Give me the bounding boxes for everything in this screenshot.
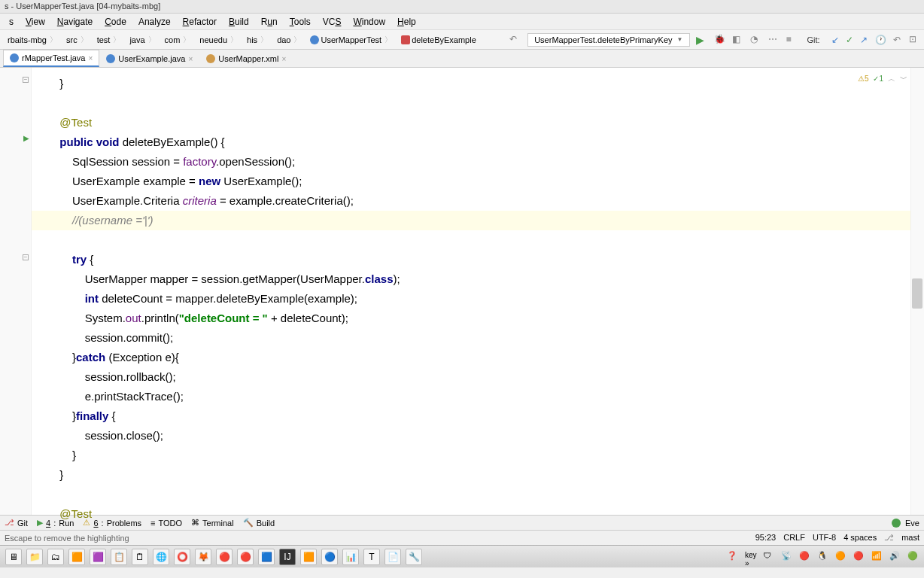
tray-defender-icon[interactable]: 🛡: [763, 551, 775, 563]
git-commit-icon[interactable]: ✓: [846, 35, 853, 45]
warning-icon[interactable]: ⚠5: [858, 69, 869, 89]
tray-icon[interactable]: 🟠: [835, 551, 847, 563]
tray-icon[interactable]: 🟢: [907, 551, 919, 563]
close-icon[interactable]: ×: [281, 55, 286, 63]
taskbar-intellij-icon[interactable]: IJ: [279, 549, 296, 565]
bc-java[interactable]: java: [125, 33, 160, 47]
coverage-icon[interactable]: ◧: [732, 34, 744, 46]
fold-icon[interactable]: −: [23, 254, 29, 260]
bc-neuedu[interactable]: neuedu: [195, 33, 242, 47]
run-config-dropdown[interactable]: UserMapperTest.deleteByPrimaryKey: [527, 33, 689, 47]
code-content[interactable]: ⚠5 ✓1 ︿ ﹀ } @Test public void deleteByEx…: [32, 68, 910, 515]
code-line: [32, 485, 910, 504]
tray-volume-icon[interactable]: 🔊: [889, 551, 901, 563]
git-push-icon[interactable]: ↗: [860, 35, 868, 45]
branch-name[interactable]: mast: [901, 533, 919, 543]
menu-tools[interactable]: Tools: [284, 15, 317, 29]
menu-analyze[interactable]: Analyze: [132, 15, 177, 29]
bc-his[interactable]: his: [242, 33, 272, 47]
taskbar-app-icon[interactable]: 🟦: [258, 549, 275, 565]
code-line: UserExample example = new UserExample();: [32, 172, 910, 191]
code-line: @Test: [32, 504, 910, 524]
up-icon[interactable]: ︿: [888, 69, 895, 89]
tray-icon[interactable]: 🔴: [853, 551, 865, 563]
scrollbar-thumb[interactable]: [912, 278, 922, 309]
back-icon[interactable]: ↶: [509, 34, 521, 46]
line-ending[interactable]: CRLF: [783, 533, 805, 543]
tray-icon[interactable]: 📡: [781, 551, 793, 563]
tray-key-label[interactable]: key »: [745, 551, 757, 563]
taskbar-media-icon[interactable]: 🟧: [68, 549, 85, 565]
taskbar-firefox-icon[interactable]: 🦊: [195, 549, 211, 565]
down-icon[interactable]: ﹀: [900, 69, 907, 89]
status-hint: Escape to remove the highlighting: [5, 534, 755, 543]
close-icon[interactable]: ×: [88, 54, 93, 62]
taskbar-app-icon[interactable]: 📁: [26, 549, 43, 565]
taskbar-app-icon[interactable]: 🗒: [132, 549, 148, 565]
taskbar-app-icon[interactable]: 🌐: [153, 549, 169, 565]
java-icon: [106, 54, 115, 63]
taskbar-app-icon[interactable]: 📋: [111, 549, 127, 565]
inspection-bar: ⚠5 ✓1 ︿ ﹀: [858, 69, 907, 89]
taskbar-app-icon[interactable]: 📄: [384, 549, 401, 565]
taskbar-app-icon[interactable]: 🔵: [321, 549, 338, 565]
git-history-icon[interactable]: 🕐: [875, 35, 886, 45]
menu-refactor[interactable]: Refactor: [177, 15, 223, 29]
code-line: e.printStackTrace();: [32, 387, 910, 406]
menu-view[interactable]: View: [20, 15, 51, 29]
bc-dao[interactable]: dao: [272, 33, 305, 47]
bc-com[interactable]: com: [160, 33, 196, 47]
menu-s[interactable]: s: [3, 15, 20, 29]
scrollbar[interactable]: [910, 68, 924, 515]
tray-qq-icon[interactable]: 🐧: [817, 551, 829, 563]
taskbar-browser-icon[interactable]: ⭕: [174, 549, 190, 565]
menu-build[interactable]: Build: [223, 15, 255, 29]
taskbar-app-icon[interactable]: 🟧: [300, 549, 317, 565]
taskbar-app-icon[interactable]: 🗂: [47, 549, 64, 565]
search-icon[interactable]: ⊡: [909, 34, 921, 46]
git-update-icon[interactable]: ↙: [831, 35, 839, 45]
code-line: @Test: [32, 113, 910, 132]
stop-icon[interactable]: ■: [786, 34, 798, 46]
tray-network-icon[interactable]: 📶: [871, 551, 883, 563]
menu-help[interactable]: Help: [391, 15, 422, 29]
bc-class[interactable]: UserMapperTest: [305, 33, 397, 47]
taskbar-chrome-icon[interactable]: 🔴: [216, 549, 233, 565]
bc-project[interactable]: rbaits-mbg: [3, 33, 62, 47]
tab-userexample[interactable]: UserExample.java ×: [99, 50, 199, 67]
taskbar-app-icon[interactable]: T: [363, 549, 380, 565]
cursor-position[interactable]: 95:23: [755, 533, 777, 543]
tray-icon[interactable]: 🔴: [799, 551, 811, 563]
menu-code[interactable]: Code: [99, 15, 132, 29]
editor[interactable]: − ▶ − ⚠5 ✓1 ︿ ﹀ } @Test public void dele…: [0, 68, 924, 515]
menu-window[interactable]: Window: [347, 15, 391, 29]
menu-navigate[interactable]: Navigate: [51, 15, 99, 29]
taskbar-chrome-icon[interactable]: 🔴: [237, 549, 254, 565]
menu-vcs[interactable]: VCS: [317, 15, 348, 29]
encoding[interactable]: UTF-8: [813, 533, 836, 543]
indent[interactable]: 4 spaces: [843, 533, 877, 543]
tool-git[interactable]: ⎇Git: [5, 518, 28, 528]
fold-icon[interactable]: −: [23, 77, 29, 83]
tray-help-icon[interactable]: ❓: [727, 551, 739, 563]
tab-label: UserExample.java: [118, 54, 185, 63]
taskbar-app-icon[interactable]: 🔧: [406, 549, 422, 565]
bc-src[interactable]: src: [62, 33, 93, 47]
close-icon[interactable]: ×: [188, 55, 193, 63]
run-gutter-icon[interactable]: ▶: [23, 134, 29, 142]
taskbar-app-icon[interactable]: 📊: [342, 549, 359, 565]
tab-usermappertest[interactable]: rMapperTest.java ×: [3, 50, 99, 67]
bc-method[interactable]: deleteByExample: [397, 34, 484, 46]
taskbar-app-icon[interactable]: 🟪: [90, 549, 106, 565]
ok-icon[interactable]: ✓1: [873, 69, 883, 89]
tab-usermapper-xml[interactable]: UserMapper.xml ×: [199, 50, 293, 67]
title-bar: s - UserMapperTest.java [04-mybaits-mbg]: [0, 0, 924, 14]
profile-icon[interactable]: ◔: [750, 34, 762, 46]
bc-test[interactable]: test: [93, 33, 126, 47]
menu-run[interactable]: Run: [255, 15, 284, 29]
attach-icon[interactable]: ⋯: [768, 34, 780, 46]
taskbar-computer-icon[interactable]: 🖥: [5, 549, 22, 565]
run-icon[interactable]: ▶: [696, 34, 708, 46]
debug-icon[interactable]: 🐞: [714, 34, 726, 46]
git-revert-icon[interactable]: ↶: [893, 35, 901, 45]
